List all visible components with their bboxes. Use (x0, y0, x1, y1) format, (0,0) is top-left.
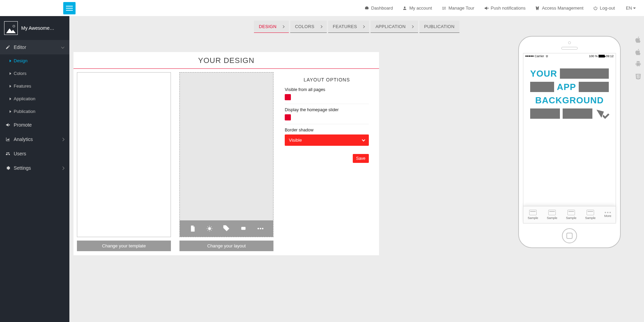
toggle-display-slider[interactable] (285, 114, 291, 120)
save-button[interactable]: Save (353, 154, 369, 163)
toggle-visible-all[interactable] (285, 94, 291, 100)
clock-label: 09:12 (606, 54, 614, 58)
sidebar-sub-design-label: Design (14, 58, 27, 63)
ellipsis-icon (605, 212, 611, 213)
phone-speaker-icon (561, 47, 578, 50)
layout-preview-tabbar (180, 220, 273, 237)
panel-title: YOUR DESIGN (73, 52, 379, 68)
phone-tab-sample-4[interactable]: Sample (585, 210, 596, 220)
step-features-label: FEATURES (333, 24, 357, 29)
phone-tab-sample-3[interactable]: Sample (566, 210, 577, 220)
platform-android[interactable] (635, 61, 642, 68)
hero-text-app: APP (557, 82, 576, 92)
nav-dashboard[interactable]: Dashboard (360, 5, 398, 11)
sidebar-item-users[interactable]: Users (0, 146, 69, 161)
platform-iphone5[interactable]: 5 (634, 36, 642, 43)
phone-tab-label: Sample (528, 216, 538, 220)
megaphone-icon (5, 123, 10, 127)
phone-tabbar: Sample Sample Sample Sample More (523, 206, 616, 223)
gray-block-icon (530, 108, 560, 119)
sidebar-sub-publication[interactable]: Publication (0, 105, 69, 118)
template-preview[interactable] (77, 72, 171, 237)
layout-options: LAYOUT OPTIONS Visible from all pages Di… (282, 72, 372, 166)
sidebar-item-analytics[interactable]: Analytics (0, 132, 69, 146)
step-publication-label: PUBLICATION (424, 24, 455, 29)
phone-tab-sample-1[interactable]: Sample (528, 210, 538, 220)
cogs-icon (5, 166, 10, 170)
nav-my-account[interactable]: My account (398, 5, 437, 11)
opt-visible-all-label: Visible from all pages (285, 87, 369, 92)
nav-push[interactable]: Push notifications (479, 5, 531, 11)
hero-placeholder: YOUR APP BACKGROUND (530, 68, 609, 122)
divider (285, 124, 369, 124)
nav-manage-tour[interactable]: Manage Tour (437, 5, 479, 11)
caret-down-icon (633, 8, 636, 9)
battery-pct: 100 % (589, 54, 598, 58)
chevron-down-icon (362, 138, 365, 141)
platform-html5[interactable] (635, 73, 642, 81)
nav-dashboard-label: Dashboard (371, 5, 393, 11)
users-icon (5, 151, 10, 156)
sidebar-promote-label: Promote (14, 122, 32, 128)
app-name: My Awesome… (21, 25, 54, 31)
chevron-right-icon (411, 25, 413, 28)
phone-preview-wrap: Carrier 100 % 09:12 YOUR APP BACKGROUND (518, 36, 625, 248)
html5-icon (635, 73, 642, 80)
sidebar-item-settings[interactable]: Settings (0, 161, 69, 175)
phone-tab-more-label: More (604, 214, 612, 218)
sidebar-editor-label: Editor (14, 44, 26, 50)
hero-text-your: YOUR (530, 68, 557, 79)
phone-tab-sample-2[interactable]: Sample (547, 210, 558, 220)
divider (285, 104, 369, 104)
svg-point-2 (257, 228, 259, 229)
design-panel: YOUR DESIGN Change your template Chang (73, 52, 379, 255)
ellipsis-icon (256, 224, 265, 233)
phone-tab-more[interactable]: More (604, 212, 612, 218)
phone-tab-label: Sample (547, 216, 558, 220)
sidebar-item-promote[interactable]: Promote (0, 118, 69, 132)
sidebar-sub-design[interactable]: Design (0, 54, 69, 67)
phone-home-button-icon (562, 228, 577, 243)
divider (73, 68, 379, 69)
app-header[interactable]: My Awesome… (0, 16, 69, 40)
sidebar-sub-application[interactable]: Application (0, 92, 69, 105)
nav-access-label: Access Management (542, 5, 583, 11)
pencil-icon (5, 45, 10, 50)
sidebar-sub-features[interactable]: Features (0, 80, 69, 92)
nav-logout[interactable]: Log-out (588, 5, 620, 11)
language-code: EN (626, 5, 632, 11)
nav-access[interactable]: Access Management (530, 5, 588, 11)
sliders-icon (442, 6, 446, 11)
sidebar-item-editor[interactable]: Editor (0, 40, 69, 54)
step-publication[interactable]: PUBLICATION (419, 21, 459, 33)
step-features[interactable]: FEATURES (328, 21, 370, 33)
step-design[interactable]: DESIGN (254, 21, 289, 33)
chevron-right-icon (319, 25, 322, 28)
window-icon (567, 210, 575, 215)
nav-my-account-label: My account (409, 5, 432, 11)
language-switch[interactable]: EN (620, 5, 638, 11)
nav-logout-label: Log-out (600, 5, 615, 11)
border-shadow-value: Visible (289, 138, 302, 143)
platform-switcher: 5 6 (634, 36, 642, 81)
border-shadow-select[interactable]: Visible (285, 134, 369, 146)
step-colors-label: COLORS (295, 24, 314, 29)
gray-block-icon (563, 108, 592, 119)
layout-preview[interactable] (179, 72, 273, 237)
step-colors[interactable]: COLORS (290, 21, 327, 33)
step-application[interactable]: APPLICATION (371, 21, 418, 33)
phone-screen: Carrier 100 % 09:12 YOUR APP BACKGROUND (523, 53, 616, 223)
sidebar-settings-label: Settings (14, 165, 31, 171)
sun-icon (205, 224, 214, 233)
change-template-button[interactable]: Change your template (77, 241, 171, 251)
platform-iphone6[interactable]: 6 (634, 48, 642, 56)
chevron-right-icon (362, 25, 365, 28)
sidebar-sub-colors[interactable]: Colors (0, 67, 69, 80)
menu-toggle-button[interactable] (63, 2, 76, 14)
sidebar: My Awesome… Editor Design Colors Feature… (0, 16, 69, 322)
phone-frame: Carrier 100 % 09:12 YOUR APP BACKGROUND (518, 36, 621, 248)
sidebar-sub-application-label: Application (14, 96, 36, 101)
chart-icon (5, 137, 10, 142)
phone-statusbar: Carrier 100 % 09:12 (523, 53, 616, 59)
change-layout-button[interactable]: Change your layout (179, 241, 273, 251)
